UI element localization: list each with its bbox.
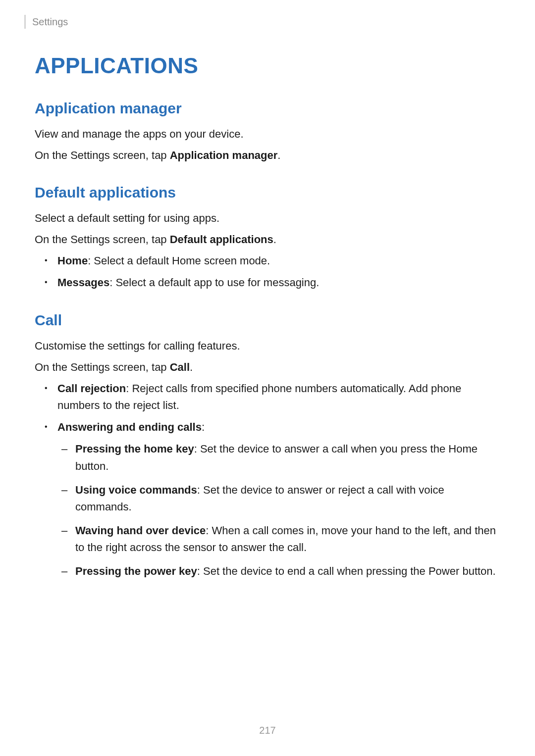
list-item-text: : Select a default app to use for messag… (109, 276, 319, 289)
section-call: Call Customise the settings for calling … (35, 312, 500, 580)
list-item-bold: Pressing the power key (75, 565, 197, 577)
list-item: Waving hand over device: When a call com… (72, 522, 500, 556)
app-manager-p2-prefix: On the Settings screen, tap (35, 149, 170, 161)
section-default-applications: Default applications Select a default se… (35, 184, 500, 291)
list-item: Using voice commands: Set the device to … (72, 482, 500, 515)
section-heading-call: Call (35, 312, 500, 329)
default-apps-p1: Select a default setting for using apps. (35, 210, 500, 226)
call-list: Call rejection: Reject calls from specif… (35, 380, 500, 580)
list-item: Pressing the power key: Set the device t… (72, 563, 500, 580)
default-apps-p2-bold: Default applications (170, 233, 273, 246)
list-item-text: : (202, 421, 205, 433)
app-manager-p2-suffix: . (277, 149, 280, 161)
list-item: Answering and ending calls: Pressing the… (54, 419, 500, 580)
list-item-bold: Using voice commands (75, 484, 197, 496)
answering-sublist: Pressing the home key: Set the device to… (57, 441, 500, 580)
default-apps-p2-prefix: On the Settings screen, tap (35, 233, 170, 246)
list-item: Pressing the home key: Set the device to… (72, 441, 500, 474)
call-p2: On the Settings screen, tap Call. (35, 359, 500, 375)
call-p2-bold: Call (170, 361, 190, 373)
list-item: Messages: Select a default app to use fo… (54, 274, 500, 291)
list-item-bold: Messages (57, 276, 109, 289)
list-item-bold: Pressing the home key (75, 443, 194, 455)
list-item-bold: Waving hand over device (75, 524, 206, 537)
page-title: APPLICATIONS (35, 53, 500, 78)
app-manager-p2: On the Settings screen, tap Application … (35, 147, 500, 163)
section-application-manager: Application manager View and manage the … (35, 100, 500, 163)
call-p2-suffix: . (190, 361, 193, 373)
list-item-bold: Call rejection (57, 382, 126, 395)
breadcrumb-text: Settings (32, 16, 68, 28)
list-item-bold: Answering and ending calls (57, 421, 202, 433)
section-heading-app-manager: Application manager (35, 100, 500, 117)
section-heading-default-apps: Default applications (35, 184, 500, 201)
header-divider (25, 15, 25, 29)
page-container: Settings APPLICATIONS Application manage… (0, 0, 535, 756)
default-apps-p2: On the Settings screen, tap Default appl… (35, 231, 500, 248)
list-item-text: : Set the device to end a call when pres… (197, 565, 496, 577)
list-item-bold: Home (57, 254, 88, 267)
call-p1: Customise the settings for calling featu… (35, 338, 500, 354)
list-item: Call rejection: Reject calls from specif… (54, 380, 500, 414)
page-number: 217 (0, 725, 535, 736)
default-apps-p2-suffix: . (273, 233, 276, 246)
list-item: Home: Select a default Home screen mode. (54, 252, 500, 269)
app-manager-p1: View and manage the apps on your device. (35, 126, 500, 142)
breadcrumb: Settings (35, 15, 500, 29)
default-apps-list: Home: Select a default Home screen mode.… (35, 252, 500, 291)
call-p2-prefix: On the Settings screen, tap (35, 361, 170, 373)
app-manager-p2-bold: Application manager (170, 149, 278, 161)
list-item-text: : Select a default Home screen mode. (88, 254, 270, 267)
